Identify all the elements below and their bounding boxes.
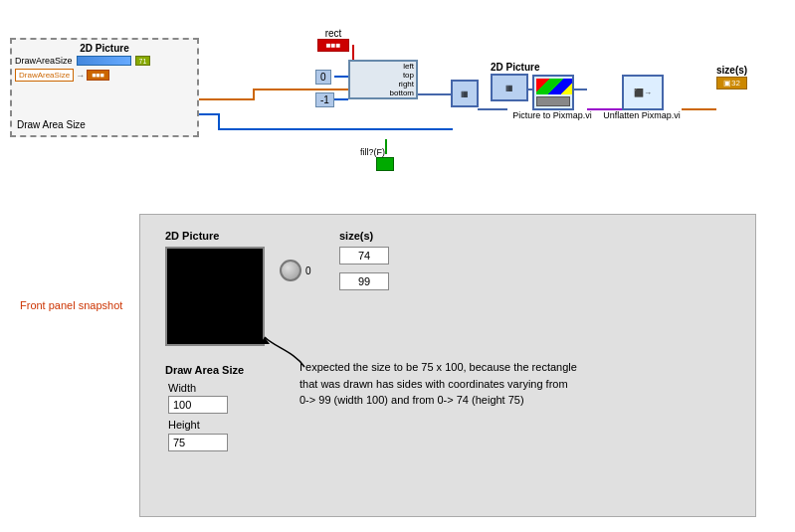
right-port: right [350,80,416,89]
fp-size-title: size(s) [339,230,373,242]
picture-connector: ▦ [451,80,479,107]
fp-knob-val: 0 [305,266,311,276]
picture2-title: 2D Picture [491,62,539,73]
fp-picture-title: 2D Picture [165,230,219,242]
size-output: size(s) ▣32 [716,65,747,89]
fp-width-val[interactable]: 100 [168,396,228,414]
bottom-port: bottom [350,89,416,97]
fp-height-val[interactable]: 75 [168,434,228,451]
draw-rect-block: left top right bottom [348,60,418,99]
fill-label: fill?(F) [360,147,385,157]
zero-constant: 0 [315,70,331,85]
minus1-constant: -1 [315,92,334,107]
fp-das-title: Draw Area Size [165,364,244,376]
pic-to-pixmap-label: Picture to Pixmap.vi [512,110,592,120]
rect-label: rect [317,28,349,39]
unflatten-pixmap-block: ⬛→ Unflatten Pixmap.vi [622,75,682,120]
rect-box: ■■■ [317,39,349,52]
fp-knob-area: 0 [280,260,311,281]
fp-width-label: Width [168,382,196,394]
draw-area-label: Draw Area Size [17,119,86,130]
fill-terminal [376,157,394,171]
unflatten-label: Unflatten Pixmap.vi [602,110,682,120]
fp-picture-canvas [165,247,265,346]
draw-area-size-label: DrawAreaSize [15,56,73,66]
orange-terminal: ■■■ [87,70,109,81]
fp-height-label: Height [168,419,200,431]
fp-annotation: I expected the size to be 75 x 100, beca… [299,359,578,409]
block-diagram: 2D Picture DrawAreaSize 71 DrawAreaSize … [0,0,795,209]
draw-area-size-box: DrawAreaSize [15,69,74,82]
subvi-box: 2D Picture DrawAreaSize 71 DrawAreaSize … [10,38,199,137]
pic-to-pixmap-block: Picture to Pixmap.vi [532,75,592,120]
top-port: top [350,71,416,80]
size-output-box: ▣32 [716,77,747,89]
fp-knob[interactable] [280,260,301,281]
front-panel: 2D Picture 0 size(s) 74 99 Draw Area Siz… [139,214,756,517]
size-output-label: size(s) [716,65,747,76]
rect-control: rect ■■■ [317,28,349,52]
fp-size-val1: 74 [339,247,389,265]
picture2-icon: ▦ [491,74,528,101]
fp-size-val2: 99 [339,272,389,290]
left-port: left [350,62,416,71]
subvi-picture-title: 2D Picture [15,43,194,54]
front-panel-label: Front panel snapshot [20,298,122,313]
